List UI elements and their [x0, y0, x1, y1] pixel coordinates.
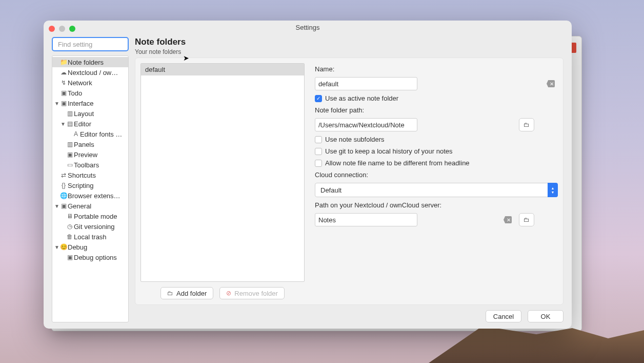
folder-icon: 🗀 — [524, 121, 530, 128]
clear-name-icon[interactable]: ✕ — [547, 80, 555, 87]
tree-arrow-icon: ▼ — [54, 244, 59, 250]
sidebar-item-interface[interactable]: ▼▣Interface — [52, 98, 128, 108]
sidebar-item-layout[interactable]: ▥Layout — [52, 108, 128, 119]
tree-item-label: Local trash — [74, 233, 107, 241]
tree-item-icon: ◷ — [66, 223, 74, 230]
sidebar-item-scripting[interactable]: {}Scripting — [52, 180, 128, 190]
sidebar-item-local-trash[interactable]: 🗑Local trash — [52, 232, 128, 242]
sidebar-item-note-folders[interactable]: 📁Note folders — [52, 57, 128, 67]
tree-item-icon: 📁 — [59, 59, 68, 66]
sidebar-item-editor[interactable]: ▼▤Editor — [52, 119, 128, 129]
ok-button[interactable]: OK — [528, 310, 564, 322]
sidebar-item-toolbars[interactable]: ▭Toolbars — [52, 160, 128, 170]
tree-item-icon: ↯ — [59, 79, 68, 86]
sidebar-item-nextcloud-ow[interactable]: ☁Nextcloud / ow… — [52, 67, 128, 78]
forbidden-icon: ⊘ — [226, 290, 231, 297]
tree-item-icon: {} — [59, 182, 68, 189]
tree-item-icon: ▭ — [66, 161, 74, 168]
sidebar-item-debug-options[interactable]: ▣Debug options — [52, 252, 128, 262]
sidebar-item-panels[interactable]: ▥Panels — [52, 139, 128, 149]
sidebar-item-portable-mode[interactable]: 🖥Portable mode — [52, 211, 128, 221]
tree-item-icon: ▣ — [59, 89, 68, 97]
use-git-checkbox[interactable] — [315, 148, 322, 155]
browse-path-button[interactable]: 🗀 — [519, 118, 534, 131]
remove-folder-button: ⊘ Remove folder — [219, 287, 285, 299]
window-title: Settings — [296, 24, 320, 31]
tree-item-icon: ▣ — [66, 151, 74, 158]
close-window-button[interactable] — [49, 26, 55, 32]
tree-item-label: Network — [68, 79, 92, 87]
tree-item-icon: ▣ — [66, 254, 74, 261]
browse-server-path-button[interactable]: 🗀 — [519, 213, 534, 226]
remove-folder-label: Remove folder — [234, 290, 278, 297]
server-path-label: Path on your Nextcloud / ownCloud server… — [315, 201, 558, 209]
cancel-button[interactable]: Cancel — [486, 310, 521, 322]
tree-item-label: Note folders — [68, 59, 104, 66]
folder-icon: 🗀 — [524, 216, 530, 223]
sidebar-item-preview[interactable]: ▣Preview — [52, 149, 128, 160]
tree-item-label: Layout — [74, 110, 94, 118]
search-input-wrap[interactable] — [52, 37, 129, 51]
tree-item-icon: ▤ — [66, 120, 74, 127]
tree-item-label: Panels — [74, 141, 94, 148]
tree-item-icon: ⇄ — [59, 171, 68, 179]
use-subfolders-checkbox[interactable] — [315, 136, 322, 143]
allow-filename-label: Allow note file name to be different fro… — [325, 159, 470, 167]
sidebar-item-browser-extens[interactable]: 🌐Browser extens… — [52, 190, 128, 201]
tree-item-label: General — [68, 202, 91, 210]
page-title: Note folders — [135, 37, 564, 47]
tree-item-label: Scripting — [68, 182, 94, 189]
settings-window: Settings 📁Note folders☁Nextcloud / ow…↯N… — [44, 21, 572, 329]
tree-item-icon: ▣ — [59, 100, 68, 107]
tree-item-label: Nextcloud / ow… — [68, 69, 118, 77]
add-folder-button[interactable]: 🗀 Add folder — [160, 287, 213, 299]
tree-item-icon: ▥ — [66, 110, 74, 117]
tree-item-label: Shortcuts — [68, 171, 96, 179]
tree-item-icon: 🗑 — [66, 233, 74, 240]
tree-item-icon: 🌐 — [59, 192, 68, 199]
tree-item-label: Editor — [74, 120, 91, 128]
sidebar-item-general[interactable]: ▼▣General — [52, 201, 128, 211]
add-folder-label: Add folder — [176, 290, 207, 297]
tree-arrow-icon: ▼ — [54, 101, 59, 106]
settings-tree[interactable]: 📁Note folders☁Nextcloud / ow…↯Network▣To… — [52, 55, 129, 322]
tree-item-label: Portable mode — [74, 213, 117, 220]
tree-item-icon: ☁ — [59, 69, 68, 76]
cloud-select[interactable]: Default — [315, 183, 558, 197]
tree-arrow-icon: ▼ — [61, 121, 66, 127]
tree-item-icon: ▥ — [66, 141, 74, 148]
sidebar-item-network[interactable]: ↯Network — [52, 78, 128, 88]
allow-filename-checkbox[interactable] — [315, 160, 322, 167]
clear-server-path-icon[interactable]: ✕ — [504, 216, 512, 223]
search-input[interactable] — [58, 41, 144, 48]
maximize-window-button[interactable] — [69, 26, 75, 32]
server-path-input[interactable] — [315, 213, 417, 226]
path-input[interactable] — [315, 118, 417, 131]
sidebar-item-git-versioning[interactable]: ◷Git versioning — [52, 221, 128, 232]
tree-item-label: Git versioning — [74, 223, 114, 231]
tree-item-label: Editor fonts … — [80, 130, 122, 138]
tree-item-label: Debug — [68, 243, 87, 251]
path-label: Note folder path: — [315, 106, 558, 114]
tree-item-icon: ▣ — [59, 202, 68, 209]
tree-item-icon: 🖥 — [66, 213, 74, 220]
sidebar-item-editor-fonts[interactable]: AEditor fonts … — [52, 129, 128, 139]
name-input[interactable] — [315, 77, 417, 90]
folder-list[interactable]: default — [140, 63, 305, 282]
cloud-select-value: Default — [320, 186, 341, 194]
sidebar-item-debug[interactable]: ▼😊Debug — [52, 242, 128, 252]
tree-arrow-icon: ▼ — [54, 203, 59, 209]
name-label: Name: — [315, 65, 558, 73]
use-git-label: Use git to keep a local history of your … — [325, 147, 453, 155]
sidebar-item-todo[interactable]: ▣Todo — [52, 88, 128, 98]
folder-list-item[interactable]: default — [141, 64, 304, 75]
sidebar-item-shortcuts[interactable]: ⇄Shortcuts — [52, 170, 128, 180]
tree-item-label: Preview — [74, 151, 97, 159]
tree-item-label: Interface — [68, 100, 94, 107]
minimize-window-button[interactable] — [59, 26, 65, 32]
tree-item-label: Toolbars — [74, 161, 99, 169]
tree-item-label: Browser extens… — [68, 192, 120, 200]
section-label: Your note folders — [135, 48, 564, 55]
use-active-checkbox[interactable]: ✓ — [315, 95, 322, 102]
tree-item-label: Debug options — [74, 254, 117, 261]
